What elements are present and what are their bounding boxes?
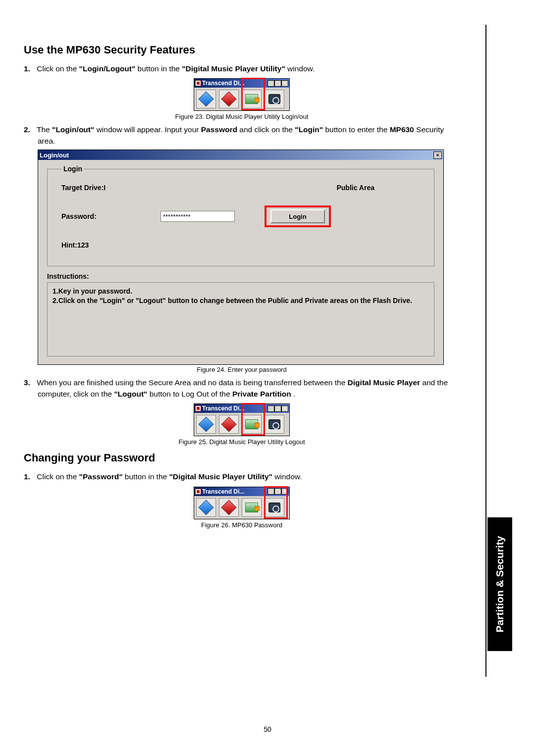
- password-button[interactable]: [265, 415, 284, 434]
- instructions-box: 1.Key in your password. 2.Click on the "…: [47, 282, 434, 356]
- utility-titlebar-25: Transcend Di... _ □ ×: [194, 404, 289, 413]
- app-icon: [195, 489, 201, 495]
- utility-toolbar-25: [194, 413, 289, 436]
- section-title-password: Changing your Password: [24, 452, 460, 464]
- figure-25-caption: Figure 25. Digital Music Player Utility …: [24, 438, 460, 446]
- login-logout-button[interactable]: [242, 498, 262, 517]
- figure-23: Transcend Di... _ □ ×: [24, 78, 460, 111]
- step-3-b3: Private Partition: [232, 390, 291, 398]
- app-icon: [195, 405, 201, 411]
- safe-icon: [245, 94, 258, 104]
- step-2-t4: button to enter the: [325, 125, 390, 134]
- step-2-t1: The: [37, 125, 52, 134]
- diamond-icon: [198, 92, 214, 107]
- password-input[interactable]: [160, 211, 235, 222]
- utility-window-fig23: Transcend Di... _ □ ×: [194, 78, 290, 111]
- login-fieldset: Login Target Drive:I Public Area Passwor…: [47, 165, 434, 266]
- dialog-close-button[interactable]: ×: [433, 151, 442, 159]
- step-3-t1: When you are finished using the Secure A…: [37, 378, 347, 387]
- step-2-num: 2.: [24, 124, 35, 135]
- login-logout-button[interactable]: [242, 90, 262, 108]
- utility-window-fig26: Transcend Di... _ □ ×: [194, 487, 290, 519]
- sec2-step-1-a: Click on the: [37, 472, 79, 481]
- close-button[interactable]: ×: [281, 488, 288, 495]
- safe-icon: [245, 419, 258, 429]
- toolbar-btn-2[interactable]: [219, 415, 239, 434]
- step-2-b2: Password: [201, 125, 237, 134]
- public-area-label: Public Area: [336, 184, 374, 192]
- step-2-b4: MP630: [390, 125, 414, 134]
- section-title-security: Use the MP630 Security Features: [24, 44, 460, 56]
- step-1-text-c: window.: [287, 64, 315, 73]
- side-tab-label: Partition & Security: [494, 536, 506, 633]
- step-2-t3: and click on the: [239, 125, 295, 134]
- toolbar-btn-1[interactable]: [196, 498, 216, 517]
- maximize-button[interactable]: □: [274, 80, 281, 87]
- utility-toolbar-26: [194, 496, 289, 519]
- toolbar-btn-2[interactable]: [219, 90, 239, 108]
- figure-24-caption: Figure 24. Enter your password: [24, 366, 460, 373]
- sec2-step-1: 1. Click on the "Password" button in the…: [38, 471, 460, 482]
- minimize-button[interactable]: _: [268, 488, 274, 495]
- password-button[interactable]: [265, 498, 284, 517]
- utility-title-25: Transcend Di...: [202, 405, 244, 412]
- sec2-step-1-num: 1.: [24, 471, 35, 482]
- close-button[interactable]: ×: [281, 80, 288, 87]
- step-2-b3: "Login": [295, 125, 323, 134]
- sec2-step-1-b2: "Digital Music Player Utility": [169, 472, 272, 481]
- hint-label: Hint:123: [61, 241, 160, 249]
- minimize-button[interactable]: _: [268, 405, 274, 412]
- red-diamond-icon: [221, 417, 236, 432]
- utility-titlebar-26: Transcend Di... _ □ ×: [194, 487, 289, 496]
- toolbar-btn-2[interactable]: [219, 498, 239, 517]
- close-button[interactable]: ×: [281, 405, 288, 412]
- utility-title: Transcend Di...: [202, 80, 244, 87]
- sec2-step-1-c: button in the: [125, 472, 169, 481]
- login-legend: Login: [61, 165, 84, 173]
- step-3-num: 3.: [24, 377, 35, 388]
- step-2: 2. The "Login/out" window will appear. I…: [38, 124, 460, 147]
- step-2-b1: "Login/out": [52, 125, 94, 134]
- step-1-num: 1.: [24, 63, 35, 74]
- maximize-button[interactable]: □: [274, 405, 281, 412]
- utility-titlebar: Transcend Di... _ □ ×: [194, 79, 289, 88]
- step-1-bold-2: "Digital Music Player Utility": [182, 64, 285, 73]
- instructions-line1: 1.Key in your password.: [53, 287, 429, 296]
- toolbar-btn-1[interactable]: [196, 415, 216, 434]
- instructions-label: Instructions:: [47, 272, 434, 280]
- page-number: 50: [0, 725, 535, 733]
- step-1-text-a: Click on the: [37, 64, 79, 73]
- step-1-bold-1: "Login/Logout": [79, 64, 136, 73]
- figure-26: Transcend Di... _ □ ×: [24, 487, 460, 519]
- login-dialog: Login/out × Login Target Drive:I Public …: [38, 150, 444, 365]
- figure-23-caption: Figure 23. Digital Music Player Utility …: [24, 113, 460, 120]
- document-content: Use the MP630 Security Features 1. Click…: [24, 44, 460, 529]
- side-tab: Partition & Security: [487, 517, 512, 651]
- login-button[interactable]: Login: [270, 209, 325, 223]
- step-3: 3. When you are finished using the Secur…: [38, 377, 460, 400]
- lens-icon: [268, 503, 280, 512]
- login-logout-button[interactable]: [242, 415, 262, 434]
- minimize-button[interactable]: _: [268, 80, 274, 87]
- app-icon: [195, 80, 201, 86]
- step-3-b2: "Logout": [114, 390, 147, 398]
- sec2-step-1-b1: "Password": [79, 472, 123, 481]
- step-3-b1: Digital Music Player: [348, 378, 420, 387]
- instructions-line2: 2.Click on the "Login" or "Logout" butto…: [53, 296, 429, 305]
- safe-icon: [245, 503, 258, 512]
- utility-window-fig25: Transcend Di... _ □ ×: [194, 403, 290, 436]
- page-right-rule: [485, 25, 486, 677]
- step-3-t3: button to Log Out of the: [150, 390, 232, 398]
- lens-icon: [268, 419, 280, 429]
- maximize-button[interactable]: □: [274, 488, 281, 495]
- toolbar-btn-1[interactable]: [196, 90, 216, 108]
- step-1-text-b: button in the: [138, 64, 182, 73]
- password-button[interactable]: [265, 90, 284, 108]
- utility-title-26: Transcend Di...: [202, 488, 244, 495]
- sec2-step-1-d: window.: [274, 472, 302, 481]
- step-2-t2: window will appear. Input your: [97, 125, 201, 134]
- red-diamond-icon: [221, 500, 236, 515]
- dialog-title: Login/out: [40, 151, 69, 159]
- diamond-icon: [198, 500, 214, 515]
- dialog-titlebar: Login/out ×: [38, 150, 443, 160]
